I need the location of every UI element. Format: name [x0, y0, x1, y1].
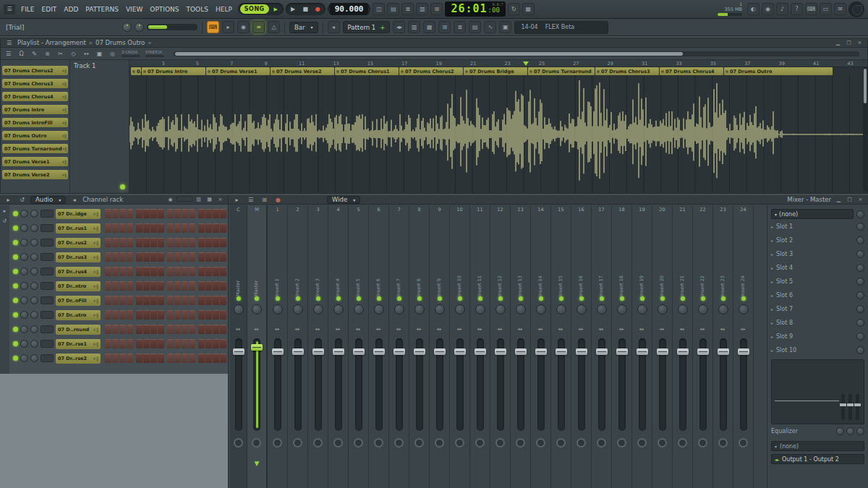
strip-fader[interactable]: [659, 338, 666, 431]
mixer-strip-insert-15[interactable]: 15Insert 15◂▸: [551, 205, 571, 488]
fx-slot-knob[interactable]: [856, 223, 864, 231]
strip-stereo-knob[interactable]: [333, 438, 343, 448]
strip-mute-led[interactable]: [519, 296, 523, 301]
eq-band1-fader[interactable]: [841, 394, 845, 420]
selected-plugin-box[interactable]: ▾ (none): [771, 209, 854, 219]
arrangement-clip[interactable]: 07 Drums Turnaround: [528, 67, 595, 75]
channel-pan-knob[interactable]: [20, 239, 28, 247]
mixer-strip-insert-14[interactable]: 14Insert 14◂▸: [531, 205, 551, 488]
mixer-window-icon[interactable]: ≣: [454, 21, 466, 33]
master-volume-knob[interactable]: [122, 22, 132, 32]
channel-volume-knob[interactable]: [30, 267, 38, 275]
strip-fader[interactable]: [558, 338, 565, 431]
menu-item-edit[interactable]: EDIT: [38, 6, 61, 13]
step-cell[interactable]: [220, 267, 226, 276]
strip-stereo-knob[interactable]: [678, 438, 687, 448]
fader-handle[interactable]: [272, 348, 284, 355]
strip-fader[interactable]: [274, 338, 281, 431]
step-cell[interactable]: [127, 339, 133, 348]
channel-drag-handle-icon[interactable]: +‖: [93, 327, 98, 332]
side-detach-icon[interactable]: ▸: [1, 207, 9, 215]
fx-slot-knob[interactable]: [856, 346, 864, 354]
channel-rack-icon[interactable]: ⊞: [438, 21, 451, 33]
strip-fader[interactable]: [315, 338, 322, 431]
zcross-slider[interactable]: [122, 55, 140, 57]
fader-handle[interactable]: [556, 348, 567, 355]
strip-fader[interactable]: [436, 338, 443, 431]
step-cell[interactable]: [119, 354, 126, 363]
strip-pan-knob[interactable]: [536, 304, 546, 314]
strip-mute-led[interactable]: [579, 296, 584, 301]
strip-mute-led[interactable]: [620, 296, 624, 301]
step-cell[interactable]: [158, 238, 164, 247]
arrangement-clip[interactable]: 07 Drums Intro: [142, 67, 205, 75]
step-cell[interactable]: [143, 325, 150, 334]
master-disk-arrow-icon[interactable]: ▼: [247, 460, 266, 467]
strip-pan-knob[interactable]: [637, 304, 647, 314]
step-edit-icon[interactable]: ≣: [401, 3, 414, 15]
pattern-up-down-icon[interactable]: ◂▸: [393, 21, 405, 33]
fx-slot-knob[interactable]: [856, 291, 864, 299]
step-cell[interactable]: [167, 339, 174, 348]
strip-stereo-knob[interactable]: [576, 438, 586, 448]
step-cell[interactable]: [112, 209, 119, 218]
playlist-vscrollbar[interactable]: [863, 67, 867, 192]
strip-mute-led[interactable]: [498, 296, 503, 301]
close-icon[interactable]: ×: [216, 196, 225, 203]
mixer-strip-insert-20[interactable]: 20Insert 20◂▸: [652, 205, 673, 488]
channel-button[interactable]: 07 Dr..idge+‖: [56, 209, 101, 219]
strip-pan-knob[interactable]: [556, 304, 566, 314]
step-cell[interactable]: [119, 238, 126, 247]
step-cell[interactable]: [189, 267, 195, 276]
channel-enable-led[interactable]: [13, 312, 18, 317]
step-cell[interactable]: [189, 296, 195, 305]
blend-notes-icon[interactable]: ∞: [252, 21, 265, 33]
detach-icon[interactable]: ▸: [3, 195, 14, 205]
playlist-current-arrangement[interactable]: 07 Drums Outro: [95, 39, 145, 46]
step-cell[interactable]: [105, 209, 111, 218]
channel-button[interactable]: 07 Dr..rus4+‖: [56, 267, 101, 277]
menu-item-view[interactable]: VIEW: [122, 6, 146, 13]
mixer-strip-insert-18[interactable]: 18Insert 18◂▸: [612, 205, 632, 488]
fx-slot[interactable]: ▸Slot 3: [771, 247, 864, 261]
playhead-marker[interactable]: [523, 61, 529, 66]
fader-handle[interactable]: [434, 348, 446, 355]
help-icon[interactable]: ?: [791, 3, 803, 15]
mixer-layout-selector[interactable]: Wide ▾: [327, 196, 360, 204]
strip-stereo-knob[interactable]: [597, 438, 606, 448]
step-cell[interactable]: [198, 281, 205, 291]
mixer-strip-insert-9[interactable]: 9Insert 9◂▸: [430, 205, 450, 488]
strip-mute-led[interactable]: [701, 296, 705, 301]
channel-volume-knob[interactable]: [30, 224, 38, 232]
step-cell[interactable]: [182, 339, 188, 348]
step-cell[interactable]: [174, 325, 181, 334]
mixer-strip-insert-23[interactable]: 23Insert 23◂▸: [713, 205, 733, 488]
step-cell[interactable]: [158, 296, 164, 305]
maximize-icon[interactable]: □: [844, 39, 854, 46]
step-cell[interactable]: [158, 209, 164, 218]
mode-switch[interactable]: SONG ▶: [238, 3, 284, 15]
mixer-strip-insert-24[interactable]: 24Insert 24◂▸: [733, 205, 754, 488]
fader-handle[interactable]: [495, 348, 506, 355]
mixer-strip-insert-21[interactable]: 21Insert 21◂▸: [673, 205, 693, 488]
source-clip[interactable]: 07 Drums Verse2+‖: [2, 170, 68, 179]
strip-mute-led[interactable]: [721, 296, 726, 301]
step-cell[interactable]: [150, 325, 157, 334]
typing-keyboard-icon[interactable]: ◫: [373, 3, 385, 15]
step-cell[interactable]: [119, 252, 126, 262]
channel-pan-knob[interactable]: [20, 210, 28, 218]
strip-fader[interactable]: [253, 338, 260, 431]
power-icon[interactable]: ◉: [762, 3, 774, 15]
channel-drag-handle-icon[interactable]: +‖: [93, 240, 98, 245]
piano-roll-icon[interactable]: ▦: [423, 21, 435, 33]
step-cell[interactable]: [167, 267, 174, 276]
fader-handle[interactable]: [515, 348, 527, 355]
step-cell[interactable]: [105, 325, 111, 334]
step-cell[interactable]: [143, 296, 150, 305]
step-cell[interactable]: [112, 223, 119, 233]
stretch-slider[interactable]: [145, 55, 164, 57]
wait-input-icon[interactable]: ▥: [416, 3, 428, 15]
mixer-strip-insert-22[interactable]: 22Insert 22◂▸: [693, 205, 713, 488]
strip-pan-knob[interactable]: [718, 304, 728, 314]
step-cell[interactable]: [198, 267, 205, 276]
